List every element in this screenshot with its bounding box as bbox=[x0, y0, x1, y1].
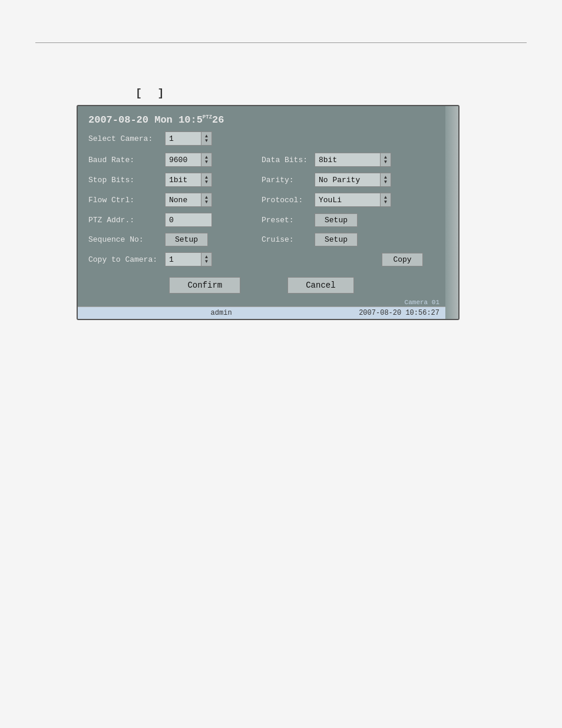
stop-bits-arrows[interactable]: ▲ ▼ bbox=[201, 173, 211, 186]
copy-camera-arrows[interactable]: ▲ ▼ bbox=[201, 253, 211, 266]
status-bar: Camera 01 admin 2007-08-20 10:56:27 bbox=[78, 307, 445, 319]
ptz-badge: PTZ bbox=[203, 114, 212, 120]
sequence-label: Sequence No: bbox=[88, 235, 165, 244]
ptz-preset-row: PTZ Addr.: 0 Preset: Setup bbox=[88, 213, 435, 227]
copy-camera-spinner[interactable]: 1 ▲ ▼ bbox=[165, 252, 212, 266]
flow-protocol-row: Flow Ctrl: None ▲ ▼ Protocol: YouLi bbox=[88, 193, 435, 207]
ptz-addr-col: PTZ Addr.: 0 bbox=[88, 213, 262, 227]
protocol-col: Protocol: YouLi ▲ ▼ bbox=[262, 193, 435, 207]
parity-arrows[interactable]: ▲ ▼ bbox=[380, 173, 391, 186]
preset-setup-button[interactable]: Setup bbox=[315, 213, 358, 227]
sequence-col: Sequence No: Setup bbox=[88, 233, 262, 246]
status-admin: admin bbox=[84, 309, 359, 317]
stop-bits-col: Stop Bits: 1bit ▲ ▼ bbox=[88, 173, 262, 187]
flow-ctrl-down[interactable]: ▼ bbox=[204, 200, 209, 205]
flow-ctrl-col: Flow Ctrl: None ▲ ▼ bbox=[88, 193, 262, 207]
protocol-value: YouLi bbox=[315, 196, 380, 205]
copy-camera-value: 1 bbox=[166, 255, 201, 264]
data-bits-value: 8bit bbox=[315, 156, 380, 164]
sequence-setup-button[interactable]: Setup bbox=[165, 233, 208, 246]
select-camera-arrows[interactable]: ▲ ▼ bbox=[201, 132, 211, 145]
select-camera-value: 1 bbox=[166, 134, 201, 143]
panel-inner: 2007-08-20 Mon 10:5PTZ26 Select Camera: … bbox=[78, 106, 445, 307]
select-camera-label: Select Camera: bbox=[88, 134, 165, 143]
page-container: [ ] 2007-08-20 Mon 10:5PTZ26 Select Came… bbox=[0, 0, 562, 728]
parity-value: No Parity bbox=[315, 176, 380, 185]
parity-label: Parity: bbox=[262, 176, 315, 185]
copy-camera-row: Copy to Camera: 1 ▲ ▼ Copy bbox=[88, 252, 435, 266]
status-datetime: 2007-08-20 10:56:27 bbox=[359, 309, 439, 317]
copy-button[interactable]: Copy bbox=[382, 253, 423, 266]
select-camera-spinner[interactable]: 1 ▲ ▼ bbox=[165, 131, 212, 146]
flow-ctrl-spinner[interactable]: None ▲ ▼ bbox=[165, 193, 212, 207]
data-bits-arrows[interactable]: ▲ ▼ bbox=[380, 153, 391, 166]
confirm-button[interactable]: Confirm bbox=[169, 277, 240, 294]
copy-camera-col: Copy to Camera: 1 ▲ ▼ bbox=[88, 252, 262, 266]
flow-ctrl-label: Flow Ctrl: bbox=[88, 196, 165, 205]
ptz-addr-value: 0 bbox=[169, 216, 174, 225]
panel-content: 2007-08-20 Mon 10:5PTZ26 Select Camera: … bbox=[78, 106, 458, 319]
ptz-addr-label: PTZ Addr.: bbox=[88, 216, 165, 225]
baud-rate-col: Baud Rate: 9600 ▲ ▼ bbox=[88, 153, 262, 167]
stop-bits-value: 1bit bbox=[166, 176, 201, 185]
parity-col: Parity: No Parity ▲ ▼ bbox=[262, 173, 435, 187]
protocol-label: Protocol: bbox=[262, 196, 315, 205]
cancel-button[interactable]: Cancel bbox=[287, 277, 353, 294]
scrollbar[interactable] bbox=[445, 106, 458, 319]
copy-camera-down[interactable]: ▼ bbox=[204, 259, 209, 264]
bracket-label: [ ] bbox=[135, 87, 168, 99]
cruise-label: Cruise: bbox=[262, 235, 315, 244]
dvr-panel: 2007-08-20 Mon 10:5PTZ26 Select Camera: … bbox=[77, 105, 459, 320]
data-bits-spinner[interactable]: 8bit ▲ ▼ bbox=[315, 153, 391, 167]
status-camera-overlay: Camera 01 bbox=[405, 299, 439, 306]
parity-down[interactable]: ▼ bbox=[384, 180, 388, 185]
datetime-display: 2007-08-20 Mon 10:5PTZ26 bbox=[88, 114, 224, 126]
stop-bits-spinner[interactable]: 1bit ▲ ▼ bbox=[165, 173, 212, 187]
datetime-row: 2007-08-20 Mon 10:5PTZ26 bbox=[88, 114, 435, 126]
sequence-cruise-row: Sequence No: Setup Cruise: Setup bbox=[88, 233, 435, 246]
cruise-col: Cruise: Setup bbox=[262, 233, 435, 246]
protocol-down[interactable]: ▼ bbox=[384, 200, 388, 205]
baud-data-row: Baud Rate: 9600 ▲ ▼ Data Bits: 8bit bbox=[88, 153, 435, 167]
copy-to-camera-label: Copy to Camera: bbox=[88, 255, 165, 264]
data-bits-label: Data Bits: bbox=[262, 156, 315, 164]
data-bits-down[interactable]: ▼ bbox=[384, 160, 388, 164]
parity-spinner[interactable]: No Parity ▲ ▼ bbox=[315, 173, 391, 187]
protocol-spinner[interactable]: YouLi ▲ ▼ bbox=[315, 193, 391, 207]
copy-button-col: Copy bbox=[262, 253, 435, 266]
baud-rate-arrows[interactable]: ▲ ▼ bbox=[201, 153, 211, 166]
baud-rate-label: Baud Rate: bbox=[88, 156, 165, 164]
baud-rate-value: 9600 bbox=[166, 156, 201, 164]
data-bits-col: Data Bits: 8bit ▲ ▼ bbox=[262, 153, 435, 167]
stop-bits-down[interactable]: ▼ bbox=[204, 180, 209, 185]
preset-label: Preset: bbox=[262, 216, 315, 225]
top-divider bbox=[35, 42, 527, 43]
flow-ctrl-value: None bbox=[166, 196, 201, 205]
bottom-buttons: Confirm Cancel bbox=[88, 277, 435, 294]
select-camera-down[interactable]: ▼ bbox=[204, 139, 209, 143]
preset-col: Preset: Setup bbox=[262, 213, 435, 227]
protocol-arrows[interactable]: ▲ ▼ bbox=[380, 193, 391, 206]
baud-rate-spinner[interactable]: 9600 ▲ ▼ bbox=[165, 153, 212, 167]
stop-bits-label: Stop Bits: bbox=[88, 176, 165, 185]
ptz-addr-input[interactable]: 0 bbox=[165, 213, 212, 227]
select-camera-row: Select Camera: 1 ▲ ▼ bbox=[88, 131, 435, 146]
stop-parity-row: Stop Bits: 1bit ▲ ▼ Parity: No Parity bbox=[88, 173, 435, 187]
flow-ctrl-arrows[interactable]: ▲ ▼ bbox=[201, 193, 211, 206]
cruise-setup-button[interactable]: Setup bbox=[315, 233, 358, 246]
baud-rate-down[interactable]: ▼ bbox=[204, 160, 209, 164]
